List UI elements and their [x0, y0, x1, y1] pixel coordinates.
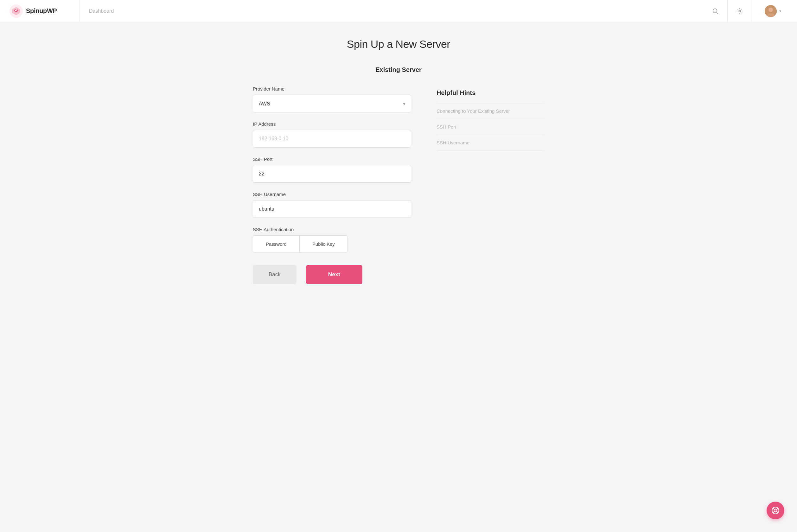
ip-address-group: IP Address — [253, 121, 411, 148]
search-icon — [712, 7, 719, 15]
page-title: Spin Up a New Server — [215, 38, 582, 50]
svg-line-10 — [777, 512, 778, 513]
provider-name-group: Provider Name AWS DigitalOcean Vultr Lin… — [253, 86, 411, 112]
form-column: Provider Name AWS DigitalOcean Vultr Lin… — [253, 86, 411, 284]
ssh-auth-group: SSH Authentication Password Public Key — [253, 227, 411, 252]
logo-icon — [10, 4, 23, 18]
dashboard-label: Dashboard — [89, 8, 709, 14]
main-content: Spin Up a New Server Existing Server Pro… — [208, 22, 589, 309]
avatar-image — [765, 5, 777, 17]
hint-item-ssh-username[interactable]: SSH Username — [437, 135, 544, 151]
svg-point-8 — [774, 509, 777, 512]
provider-select-wrapper: AWS DigitalOcean Vultr Linode Custom ▾ — [253, 95, 411, 112]
back-button[interactable]: Back — [253, 265, 297, 284]
svg-line-12 — [773, 512, 774, 513]
hint-item-connecting[interactable]: Connecting to Your Existing Server — [437, 103, 544, 119]
svg-point-3 — [739, 10, 741, 12]
auth-password-button[interactable]: Password — [253, 235, 300, 252]
svg-line-9 — [773, 508, 774, 509]
gear-icon — [736, 7, 743, 15]
header-divider-avatar — [752, 0, 752, 22]
svg-line-2 — [717, 12, 718, 14]
provider-name-select[interactable]: AWS DigitalOcean Vultr Linode Custom — [253, 95, 411, 112]
hints-column: Helpful Hints Connecting to Your Existin… — [437, 86, 544, 151]
ssh-port-label: SSH Port — [253, 156, 411, 162]
svg-point-5 — [768, 7, 773, 12]
search-button[interactable] — [709, 5, 721, 17]
user-menu[interactable]: ▾ — [758, 5, 787, 17]
ip-address-label: IP Address — [253, 121, 411, 127]
life-ring-icon — [771, 506, 780, 515]
app-header: SpinupWP Dashboard — [0, 0, 797, 22]
logo-text: SpinupWP — [26, 7, 57, 15]
header-divider-left — [79, 0, 79, 22]
section-title: Existing Server — [215, 66, 582, 74]
ssh-username-label: SSH Username — [253, 192, 411, 197]
avatar — [765, 5, 777, 17]
next-button[interactable]: Next — [306, 265, 362, 284]
form-layout: Provider Name AWS DigitalOcean Vultr Lin… — [215, 86, 582, 284]
auth-publickey-button[interactable]: Public Key — [300, 235, 347, 252]
ssh-auth-label: SSH Authentication — [253, 227, 411, 232]
help-button[interactable] — [766, 501, 784, 519]
ssh-auth-toggle-group: Password Public Key — [253, 235, 348, 252]
action-row: Back Next — [253, 265, 411, 284]
svg-point-1 — [713, 8, 717, 13]
hint-item-ssh-port[interactable]: SSH Port — [437, 119, 544, 135]
svg-line-11 — [777, 508, 778, 509]
ssh-username-group: SSH Username — [253, 192, 411, 218]
header-actions: ▾ — [709, 0, 787, 22]
settings-button[interactable] — [734, 5, 745, 17]
header-divider-right — [727, 0, 728, 22]
ssh-port-group: SSH Port — [253, 156, 411, 183]
provider-name-label: Provider Name — [253, 86, 411, 92]
chevron-down-icon: ▾ — [779, 9, 781, 13]
ssh-username-input[interactable] — [253, 200, 411, 218]
ip-address-input[interactable] — [253, 130, 411, 148]
hints-title: Helpful Hints — [437, 89, 544, 97]
ssh-port-input[interactable] — [253, 165, 411, 183]
logo-area: SpinupWP — [10, 4, 79, 18]
